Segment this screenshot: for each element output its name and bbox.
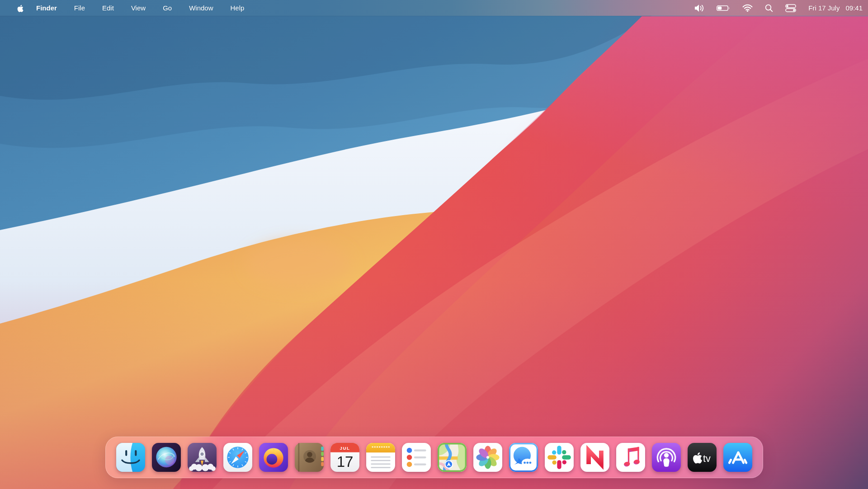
time-label: 09:41 [845, 4, 863, 12]
finder-icon [116, 442, 146, 472]
notes-icon [366, 442, 396, 472]
dock-item-maps[interactable] [437, 442, 467, 472]
control-center-icon[interactable] [785, 4, 796, 12]
calendar-day-label: 17 [337, 453, 354, 470]
menu-go[interactable]: Go [163, 4, 172, 12]
dock-item-notes[interactable] [366, 442, 396, 472]
calendar-month-label: JUL [340, 446, 350, 451]
apple-tv-label: tv [703, 453, 711, 464]
apple-menu[interactable] [17, 4, 24, 12]
dock-item-contacts[interactable] [294, 442, 324, 472]
status-area: Fri 17 July 09:41 [694, 4, 868, 12]
dock-item-photos[interactable] [473, 442, 503, 472]
dock-item-siri[interactable] [151, 442, 181, 472]
dock-item-launchpad[interactable] [187, 442, 217, 472]
podcasts-icon [651, 442, 681, 472]
contacts-icon [294, 442, 324, 472]
dock: JUL 17 [105, 437, 763, 478]
dock-item-calendar[interactable]: JUL 17 [330, 442, 360, 472]
app-store-icon [723, 442, 753, 472]
volume-icon[interactable] [694, 4, 704, 12]
spotlight-search-icon[interactable] [765, 4, 773, 12]
battery-icon[interactable] [717, 5, 730, 11]
dock-item-slack[interactable] [544, 442, 574, 472]
menu-view[interactable]: View [131, 4, 146, 12]
date-label: Fri 17 July [808, 4, 840, 12]
dock-item-podcasts[interactable] [651, 442, 681, 472]
wifi-icon[interactable] [742, 4, 753, 12]
menu-finder[interactable]: Finder [36, 4, 57, 12]
firefox-icon [259, 442, 288, 472]
reminders-icon [401, 442, 431, 472]
maps-icon [437, 442, 467, 472]
dock-item-news[interactable] [580, 442, 610, 472]
menu-window[interactable]: Window [189, 4, 213, 12]
dock-item-apple-tv[interactable]: tv [687, 442, 717, 472]
dock-item-safari[interactable] [223, 442, 253, 472]
menu-file[interactable]: File [74, 4, 85, 12]
photos-icon [473, 442, 503, 472]
big-sur-wallpaper [0, 0, 868, 489]
dock-item-messages[interactable] [509, 442, 538, 472]
menu-items: Finder File Edit View Go Window Help [36, 4, 244, 12]
messages-icon [509, 442, 538, 472]
launchpad-icon [187, 442, 217, 472]
slack-icon [544, 442, 574, 472]
music-icon [616, 442, 646, 472]
menu-bar: Finder File Edit View Go Window Help [0, 0, 868, 16]
dock-item-firefox[interactable] [259, 442, 288, 472]
dock-item-finder[interactable] [116, 442, 146, 472]
menu-edit[interactable]: Edit [102, 4, 114, 12]
apple-icon [17, 4, 24, 12]
dock-item-music[interactable] [616, 442, 646, 472]
siri-icon [151, 442, 181, 472]
menu-bar-clock[interactable]: Fri 17 July 09:41 [808, 4, 863, 12]
news-icon [580, 442, 610, 472]
calendar-icon: JUL 17 [330, 442, 360, 472]
safari-icon [223, 442, 253, 472]
apple-tv-icon: tv [687, 442, 717, 472]
dock-item-app-store[interactable] [723, 442, 753, 472]
dock-item-reminders[interactable] [401, 442, 431, 472]
menu-help[interactable]: Help [231, 4, 245, 12]
